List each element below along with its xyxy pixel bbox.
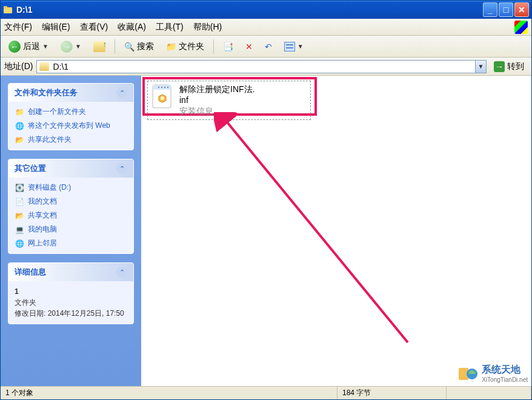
move-to-icon: 📑	[223, 42, 233, 52]
chevron-down-icon: ▼	[298, 43, 304, 50]
address-bar: 地址(D) ▼ → 转到	[1, 58, 531, 76]
detail-modified-label: 修改日期:	[15, 309, 45, 318]
titlebar: D:\1 _ □ ✕	[1, 1, 531, 19]
undo-button[interactable]: ↶	[261, 39, 276, 54]
places-panel: 其它位置 ⌃ 💽资料磁盘 (D:) 📄我的文档 📂共享文档 💻我的电脑 🌐网上邻…	[8, 159, 134, 254]
views-button[interactable]: ▼	[280, 39, 308, 54]
file-type: 安装信息	[179, 105, 254, 116]
detail-type: 文件夹	[15, 297, 127, 308]
menubar: 文件(F) 编辑(E) 查看(V) 收藏(A) 工具(T) 帮助(H)	[1, 19, 531, 36]
forward-button[interactable]: → ▼	[56, 38, 85, 55]
tasks-panel: 文件和文件夹任务 ⌃ 📁创建一个新文件夹 🌐将这个文件夹发布到 Web 📂共享此…	[8, 83, 134, 150]
go-arrow-icon: →	[494, 61, 505, 72]
back-button[interactable]: ← 后退 ▼	[4, 38, 53, 55]
address-label: 地址(D)	[4, 61, 33, 72]
inf-file-icon	[150, 84, 175, 110]
details-panel-header[interactable]: 详细信息 ⌃	[8, 263, 133, 281]
undo-icon: ↶	[265, 42, 272, 52]
svg-point-6	[164, 87, 165, 88]
svg-point-5	[161, 87, 162, 88]
toolbar: ← 后退 ▼ → ▼ 🔍 搜索 📁 文件夹 📑 ✕ ↶ ▼	[1, 36, 531, 58]
status-objects: 1 个对象	[1, 387, 337, 399]
place-disk-d[interactable]: 💽资料磁盘 (D:)	[15, 182, 127, 193]
collapse-icon: ⌃	[116, 267, 127, 278]
move-to-button[interactable]: 📑	[219, 39, 238, 54]
file-list-area[interactable]: 解除注册锁定INF法. inf 安装信息	[141, 76, 531, 386]
menu-help[interactable]: 帮助(H)	[193, 22, 222, 33]
chevron-down-icon: ▼	[75, 43, 81, 50]
delete-icon: ✕	[245, 42, 253, 52]
folder-icon	[39, 62, 49, 71]
delete-button[interactable]: ✕	[241, 39, 257, 54]
place-shared-docs[interactable]: 📂共享文档	[15, 210, 127, 221]
svg-point-8	[161, 96, 164, 100]
svg-point-7	[167, 87, 168, 88]
watermark: 系统天地 XiTongTianDi.net	[457, 363, 528, 384]
place-network[interactable]: 🌐网上邻居	[15, 238, 127, 248]
window-buttons: _ □ ✕	[483, 2, 529, 17]
folders-icon: 📁	[166, 42, 176, 52]
go-button[interactable]: → 转到	[490, 60, 528, 73]
tasks-sidebar: 文件和文件夹任务 ⌃ 📁创建一个新文件夹 🌐将这个文件夹发布到 Web 📂共享此…	[1, 76, 141, 386]
place-my-computer[interactable]: 💻我的电脑	[15, 224, 127, 235]
tasks-panel-title: 文件和文件夹任务	[15, 87, 78, 98]
watermark-brand: 系统天地	[482, 364, 528, 376]
detail-name: 1	[15, 287, 19, 296]
svg-point-4	[158, 87, 159, 88]
address-input[interactable]	[52, 62, 475, 72]
svg-line-9	[225, 119, 408, 342]
content-area: 文件和文件夹任务 ⌃ 📁创建一个新文件夹 🌐将这个文件夹发布到 Web 📂共享此…	[1, 76, 531, 386]
task-share-folder[interactable]: 📂共享此文件夹	[15, 135, 127, 145]
disk-icon: 💽	[15, 183, 24, 193]
places-panel-body: 💽资料磁盘 (D:) 📄我的文档 📂共享文档 💻我的电脑 🌐网上邻居	[8, 178, 133, 253]
collapse-icon: ⌃	[116, 87, 127, 98]
network-icon: 🌐	[15, 239, 24, 248]
status-size: 184 字节	[337, 387, 447, 399]
menu-view[interactable]: 查看(V)	[80, 22, 108, 33]
menu-favorites[interactable]: 收藏(A)	[118, 22, 146, 33]
places-panel-title: 其它位置	[15, 163, 46, 174]
window-title: D:\1	[16, 5, 483, 15]
close-button[interactable]: ✕	[514, 2, 529, 17]
menu-tools[interactable]: 工具(T)	[156, 22, 184, 33]
folder-up-icon	[93, 41, 105, 52]
details-panel: 详细信息 ⌃ 1 文件夹 修改日期: 2014年12月25日, 17:50	[8, 262, 134, 324]
details-panel-body: 1 文件夹 修改日期: 2014年12月25日, 17:50	[8, 281, 133, 324]
share-folder-icon: 📂	[15, 135, 24, 145]
search-button[interactable]: 🔍 搜索	[120, 39, 158, 55]
forward-icon: →	[61, 41, 73, 53]
maximize-button[interactable]: □	[499, 2, 513, 17]
minimize-button[interactable]: _	[483, 2, 497, 17]
menu-edit[interactable]: 编辑(E)	[42, 22, 70, 33]
watermark-url: XiTongTianDi.net	[482, 376, 528, 383]
task-publish-web[interactable]: 🌐将这个文件夹发布到 Web	[15, 121, 127, 131]
folders-label: 文件夹	[179, 41, 204, 52]
detail-modified: 2014年12月25日, 17:50	[48, 309, 124, 318]
file-item[interactable]: 解除注册锁定INF法. inf 安装信息	[147, 81, 311, 120]
search-icon: 🔍	[124, 42, 135, 52]
address-dropdown[interactable]: ▼	[475, 61, 486, 73]
statusbar: 1 个对象 184 字节	[1, 386, 531, 399]
up-button[interactable]	[89, 39, 110, 55]
status-zone	[447, 387, 531, 399]
shared-folder-icon: 📂	[15, 211, 24, 221]
details-panel-title: 详细信息	[15, 267, 46, 278]
back-icon: ←	[8, 41, 21, 53]
places-panel-header[interactable]: 其它位置 ⌃	[8, 159, 133, 178]
file-name-line2: inf	[179, 95, 254, 105]
separator	[213, 39, 214, 54]
search-label: 搜索	[137, 41, 154, 52]
folders-button[interactable]: 📁 文件夹	[162, 39, 208, 55]
file-name-line1: 解除注册锁定INF法.	[179, 84, 254, 95]
explorer-window: D:\1 _ □ ✕ 文件(F) 编辑(E) 查看(V) 收藏(A) 工具(T)…	[0, 0, 532, 400]
task-new-folder[interactable]: 📁创建一个新文件夹	[15, 107, 127, 117]
address-input-wrap: ▼	[36, 60, 487, 73]
documents-icon: 📄	[15, 197, 24, 207]
tasks-panel-header[interactable]: 文件和文件夹任务 ⌃	[8, 84, 133, 102]
folder-icon	[3, 5, 13, 15]
svg-rect-1	[4, 6, 7, 8]
views-icon	[284, 42, 295, 52]
menu-file[interactable]: 文件(F)	[4, 22, 32, 33]
windows-flag-icon	[514, 21, 528, 34]
place-my-documents[interactable]: 📄我的文档	[15, 196, 127, 207]
